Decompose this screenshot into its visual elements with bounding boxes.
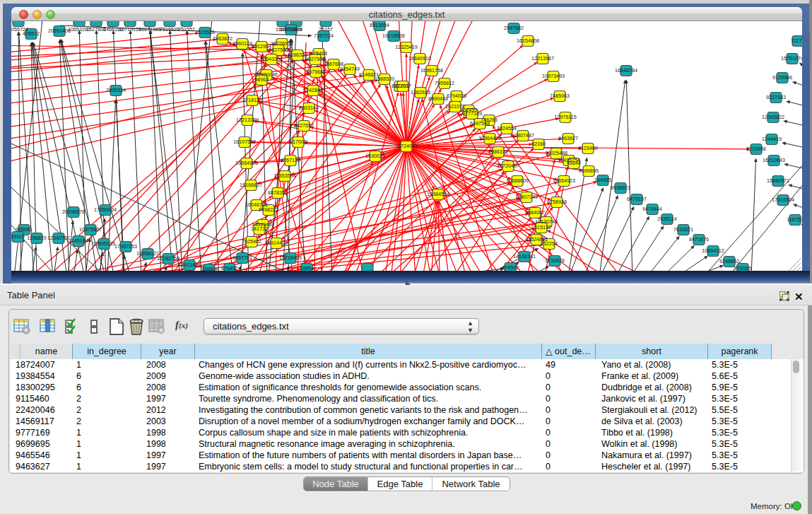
svg-text:8427552: 8427552 (294, 122, 314, 129)
svg-text:9474444: 9474444 (642, 206, 662, 212)
svg-text:16107553: 16107553 (233, 139, 256, 145)
svg-text:2803144: 2803144 (299, 105, 319, 111)
svg-text:405572: 405572 (23, 30, 40, 37)
svg-text:7625402: 7625402 (242, 238, 261, 245)
svg-text:3824554: 3824554 (497, 125, 517, 132)
svg-text:15751074: 15751074 (781, 55, 802, 62)
svg-text:1733426: 1733426 (545, 257, 565, 264)
svg-text:1362615: 1362615 (411, 89, 430, 95)
svg-text:1156829: 1156829 (27, 235, 46, 241)
svg-text:8186328: 8186328 (288, 52, 307, 58)
svg-text:9756928: 9756928 (547, 199, 567, 205)
svg-text:751552: 751552 (178, 26, 195, 33)
svg-text:12342757: 12342757 (47, 235, 70, 241)
svg-text:16210643: 16210643 (763, 157, 785, 163)
svg-text:9699695: 9699695 (579, 168, 599, 174)
svg-text:9657791: 9657791 (233, 255, 252, 261)
svg-text:19654923: 19654923 (553, 177, 575, 184)
svg-text:16961758: 16961758 (420, 67, 443, 74)
svg-text:16914479: 16914479 (265, 240, 288, 246)
svg-text:2987682: 2987682 (504, 25, 524, 31)
svg-text:164095: 164095 (594, 177, 611, 183)
svg-text:11173: 11173 (792, 37, 802, 44)
svg-text:7632621: 7632621 (673, 226, 693, 233)
svg-text:17359934: 17359934 (94, 206, 117, 213)
svg-text:9129966: 9129966 (772, 74, 792, 81)
svg-text:15720407: 15720407 (497, 163, 519, 169)
svg-text:1530025: 1530025 (365, 153, 385, 159)
svg-text:18724007: 18724007 (395, 143, 418, 149)
svg-text:18640910: 18640910 (408, 55, 431, 62)
svg-text:95644: 95644 (567, 160, 581, 166)
svg-text:3675685: 3675685 (306, 69, 326, 75)
svg-text:9245652: 9245652 (719, 258, 739, 264)
svg-text:8878352: 8878352 (268, 189, 288, 196)
svg-text:12923468: 12923468 (178, 262, 201, 268)
svg-text:10654112: 10654112 (702, 247, 724, 254)
svg-text:6479197: 6479197 (627, 196, 647, 202)
svg-text:16154808: 16154808 (517, 37, 539, 44)
svg-text:19384554: 19384554 (427, 191, 449, 197)
svg-text:9884067: 9884067 (525, 209, 545, 216)
svg-text:12213389: 12213389 (236, 117, 259, 123)
svg-text:18807249: 18807249 (515, 194, 538, 200)
svg-text:17016504: 17016504 (772, 197, 794, 203)
svg-text:6794028: 6794028 (447, 93, 466, 99)
svg-text:20206576: 20206576 (62, 209, 85, 215)
svg-text:2935114: 2935114 (657, 216, 676, 222)
svg-text:6497568: 6497568 (470, 120, 490, 127)
svg-text:7955812: 7955812 (435, 80, 454, 86)
svg-text:19218506: 19218506 (382, 33, 405, 39)
svg-text:8990448: 8990448 (428, 95, 448, 102)
svg-text:20691406: 20691406 (48, 28, 71, 34)
svg-text:10807487: 10807487 (512, 132, 534, 139)
svg-text:16671365: 16671365 (139, 26, 161, 33)
svg-text:15226058: 15226058 (271, 40, 293, 47)
svg-text:20364436: 20364436 (478, 135, 501, 141)
svg-text:141737: 141737 (251, 226, 268, 232)
svg-text:8813054: 8813054 (370, 22, 389, 28)
svg-text:19654923: 19654923 (235, 160, 258, 166)
svg-text:15716485: 15716485 (279, 255, 302, 261)
svg-text:985061: 985061 (16, 226, 33, 233)
svg-text:1615132: 1615132 (531, 224, 551, 230)
svg-text:12505135: 12505135 (93, 240, 115, 247)
svg-text:7463822: 7463822 (213, 35, 233, 42)
svg-text:9115460: 9115460 (578, 145, 597, 151)
svg-text:8938923: 8938923 (611, 185, 630, 191)
svg-text:11325419: 11325419 (395, 44, 417, 50)
svg-text:116753: 116753 (787, 216, 802, 223)
svg-text:39119: 39119 (11, 233, 25, 240)
svg-text:1244419: 1244419 (762, 136, 782, 142)
svg-text:717006: 717006 (290, 139, 307, 145)
svg-text:7515525: 7515525 (160, 26, 180, 33)
svg-text:9827500: 9827500 (269, 47, 288, 53)
svg-text:9242848: 9242848 (303, 87, 323, 93)
svg-text:8660124: 8660124 (233, 40, 252, 47)
svg-text:12213967: 12213967 (531, 55, 554, 62)
svg-text:8471676: 8471676 (689, 236, 709, 243)
svg-text:7485063: 7485063 (550, 93, 570, 99)
svg-text:10543352: 10543352 (260, 56, 283, 62)
svg-text:7357224: 7357224 (314, 33, 334, 39)
svg-text:9777169: 9777169 (462, 110, 482, 117)
svg-text:9827505: 9827505 (305, 56, 325, 62)
svg-text:10688609: 10688609 (506, 177, 529, 184)
svg-text:9463627: 9463627 (558, 135, 578, 141)
svg-text:9227343: 9227343 (766, 94, 786, 100)
svg-text:17957253: 17957253 (114, 243, 137, 250)
svg-text:19166827: 19166827 (240, 182, 262, 188)
svg-text:2905334: 2905334 (106, 87, 126, 93)
svg-text:11353594: 11353594 (273, 173, 295, 179)
svg-text:7986372: 7986372 (488, 148, 508, 155)
svg-text:8215956: 8215956 (746, 146, 766, 152)
svg-text:10033809: 10033809 (280, 26, 302, 33)
svg-text:98962: 98962 (254, 76, 269, 83)
svg-text:16648784: 16648784 (615, 67, 637, 74)
svg-text:10973493: 10973493 (542, 73, 565, 79)
svg-text:8454749: 8454749 (340, 66, 360, 72)
svg-text:252254: 252254 (541, 240, 558, 247)
svg-text:1588520: 1588520 (375, 76, 394, 82)
svg-text:14136141: 14136141 (513, 253, 536, 259)
svg-text:2718126: 2718126 (242, 97, 262, 103)
